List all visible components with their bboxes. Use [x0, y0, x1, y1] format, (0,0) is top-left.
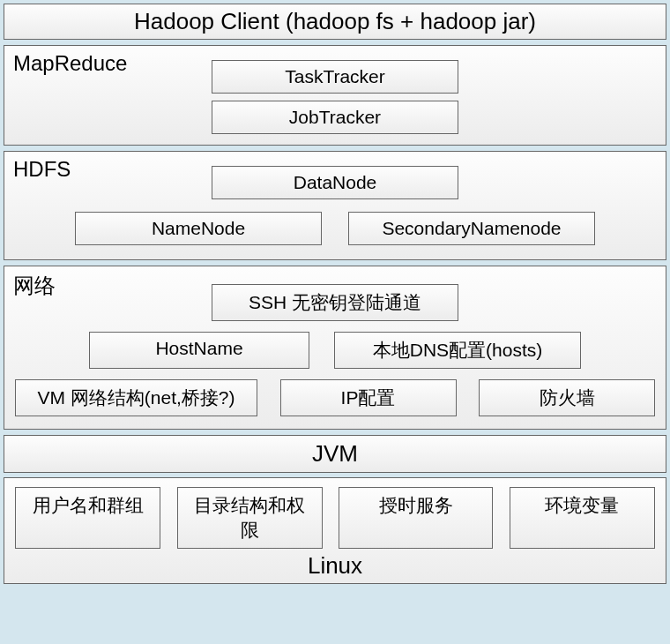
jvm-label: JVM [312, 440, 358, 467]
hostname-box: HostName [89, 332, 309, 369]
header-title: Hadoop Client (hadoop fs + hadoop jar) [134, 8, 536, 34]
network-section: 网络 SSH 无密钥登陆通道 HostName 本地DNS配置(hosts) V… [4, 266, 666, 430]
dns-box: 本地DNS配置(hosts) [334, 332, 581, 369]
env-var-box: 环境变量 [510, 487, 655, 549]
ip-config-box: IP配置 [280, 379, 457, 416]
hdfs-section: HDFS DataNode NameNode SecondaryNamenode [4, 151, 666, 260]
time-service-box: 授时服务 [339, 487, 493, 549]
jobtracker-box: JobTracker [212, 101, 458, 134]
secondarynamenode-box: SecondaryNamenode [348, 212, 595, 245]
namenode-box: NameNode [75, 212, 322, 245]
user-group-box: 用户名和群组 [15, 487, 160, 549]
ssh-box: SSH 无密钥登陆通道 [212, 284, 458, 321]
tasktracker-box: TaskTracker [212, 60, 458, 94]
firewall-box: 防火墙 [479, 379, 655, 416]
mapreduce-section: MapReduce TaskTracker JobTracker [4, 45, 666, 146]
datanode-box: DataNode [212, 166, 458, 199]
jvm-section: JVM [4, 435, 666, 473]
hadoop-client-header: Hadoop Client (hadoop fs + hadoop jar) [4, 4, 666, 40]
linux-label: Linux [15, 552, 655, 580]
vm-network-box: VM 网络结构(net,桥接?) [15, 379, 257, 416]
dir-perm-box: 目录结构和权限 [177, 487, 323, 549]
linux-section: 用户名和群组 目录结构和权限 授时服务 环境变量 Linux [4, 477, 666, 584]
